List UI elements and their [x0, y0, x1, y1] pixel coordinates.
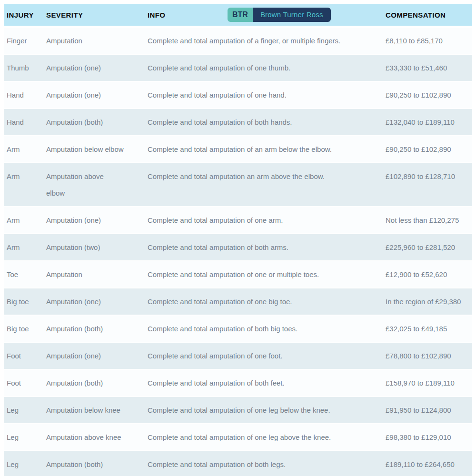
info-cell: Complete and total amputation of both ha… [145, 109, 383, 135]
info-cell: Complete and total amputation of one foo… [145, 343, 383, 369]
table-row: Hand Amputation (both) Complete and tota… [4, 109, 472, 135]
info-cell: Complete and total amputation of both ar… [145, 234, 383, 260]
injury-cell: Hand [4, 109, 43, 135]
compensation-cell: £132,040 to £189,110 [383, 109, 472, 135]
injury-cell: Leg [4, 397, 43, 423]
injury-cell: Hand [4, 82, 43, 108]
info-cell: Complete and total amputation of one leg… [145, 424, 383, 450]
table-row: Foot Amputation (one) Complete and total… [4, 343, 472, 369]
severity-cell: Amputation [43, 261, 145, 288]
severity-cell: Amputation [43, 28, 145, 54]
table-row: Leg Amputation above knee Complete and t… [4, 424, 472, 450]
compensation-cell: £33,330 to £51,460 [383, 55, 472, 81]
severity-cell: Amputation (both) [43, 370, 145, 396]
compensation-cell: In the region of £29,380 [383, 288, 472, 315]
compensation-cell: £90,250 to £102,890 [383, 82, 472, 108]
info-cell: Complete and total amputation of one han… [145, 82, 383, 108]
compensation-cell: £12,900 to £52,620 [383, 261, 472, 288]
info-cell: Complete and total amputation of both fe… [145, 370, 383, 396]
severity-cell: Amputation below knee [43, 397, 145, 423]
severity-cell: Amputation below elbow [43, 136, 145, 162]
info-cell: Complete and total amputation of one big… [145, 288, 383, 315]
compensation-table: INJURY SEVERITY INFO COMPENSATION BTR Br… [4, 4, 472, 476]
info-cell: Complete and total amputation of an arm … [145, 136, 383, 162]
injury-cell: Finger [4, 28, 43, 54]
info-cell: Complete and total amputation of one arm… [145, 207, 383, 233]
table-header-row: INJURY SEVERITY INFO COMPENSATION BTR Br… [4, 4, 472, 26]
brand-logo-name: Brown Turner Ross [253, 8, 331, 22]
compensation-page: INJURY SEVERITY INFO COMPENSATION BTR Br… [0, 0, 476, 476]
severity-cell: Amputation above knee [43, 424, 145, 450]
compensation-cell: £158,970 to £189,110 [383, 370, 472, 396]
table-row: Toe Amputation Complete and total amputa… [4, 261, 472, 288]
table-row: Leg Amputation below knee Complete and t… [4, 397, 472, 423]
compensation-cell: £225,960 to £281,520 [383, 234, 472, 260]
info-cell: Complete and total amputation of both le… [145, 451, 383, 476]
injury-cell: Foot [4, 370, 43, 396]
table-row: Arm Amputation above elbow Complete and … [4, 163, 472, 206]
injury-cell: Thumb [4, 55, 43, 81]
severity-cell: Amputation above elbow [43, 163, 145, 206]
severity-cell: Amputation (one) [43, 288, 145, 315]
column-header-severity: SEVERITY [43, 11, 145, 19]
compensation-cell: £98,380 to £129,010 [383, 424, 472, 450]
info-cell: Complete and total amputation of one leg… [145, 397, 383, 423]
injury-cell: Foot [4, 343, 43, 369]
severity-cell: Amputation (both) [43, 316, 145, 342]
column-header-compensation: COMPENSATION [383, 11, 472, 19]
compensation-cell: £91,950 to £124,800 [383, 397, 472, 423]
info-cell: Complete and total amputation of both bi… [145, 316, 383, 342]
injury-cell: Arm [4, 207, 43, 233]
injury-cell: Big toe [4, 288, 43, 315]
compensation-cell: £78,800 to £102,890 [383, 343, 472, 369]
table-row: Big toe Amputation (one) Complete and to… [4, 288, 472, 315]
table-row: Foot Amputation (both) Complete and tota… [4, 370, 472, 396]
table-row: Arm Amputation below elbow Complete and … [4, 136, 472, 162]
table-row: Hand Amputation (one) Complete and total… [4, 82, 472, 108]
injury-cell: Big toe [4, 316, 43, 342]
info-cell: Complete and total amputation of a finge… [145, 28, 383, 54]
severity-cell: Amputation (one) [43, 343, 145, 369]
compensation-cell: £102,890 to £128,710 [383, 163, 472, 206]
injury-cell: Arm [4, 163, 43, 206]
info-cell: Complete and total amputation of one thu… [145, 55, 383, 81]
table-row: Arm Amputation (one) Complete and total … [4, 207, 472, 233]
table-row: Arm Amputation (two) Complete and total … [4, 234, 472, 260]
info-cell: Complete and total amputation an arm abo… [145, 163, 383, 206]
severity-cell: Amputation (one) [43, 207, 145, 233]
compensation-cell: £189,110 to £264,650 [383, 451, 472, 476]
severity-cell: Amputation (one) [43, 82, 145, 108]
severity-cell: Amputation (both) [43, 451, 145, 476]
injury-cell: Leg [4, 451, 43, 476]
compensation-cell: £8,110 to £85,170 [383, 28, 472, 54]
table-row: Thumb Amputation (one) Complete and tota… [4, 55, 472, 81]
severity-cell: Amputation (two) [43, 234, 145, 260]
table-row: Big toe Amputation (both) Complete and t… [4, 316, 472, 342]
severity-cell: Amputation (both) [43, 109, 145, 135]
injury-cell: Leg [4, 424, 43, 450]
brand-badge[interactable]: BTR Brown Turner Ross [228, 8, 331, 22]
brand-logo-initials: BTR [228, 8, 253, 22]
compensation-cell: £90,250 to £102,890 [383, 136, 472, 162]
compensation-cell: £32,025 to £49,185 [383, 316, 472, 342]
table-row: Finger Amputation Complete and total amp… [4, 28, 472, 54]
table-row: Leg Amputation (both) Complete and total… [4, 451, 472, 476]
compensation-cell: Not less than £120,275 [383, 207, 472, 233]
injury-cell: Arm [4, 234, 43, 260]
info-cell: Complete and total amputation of one or … [145, 261, 383, 288]
injury-cell: Arm [4, 136, 43, 162]
injury-cell: Toe [4, 261, 43, 288]
column-header-injury: INJURY [4, 11, 43, 19]
severity-cell: Amputation (one) [43, 55, 145, 81]
